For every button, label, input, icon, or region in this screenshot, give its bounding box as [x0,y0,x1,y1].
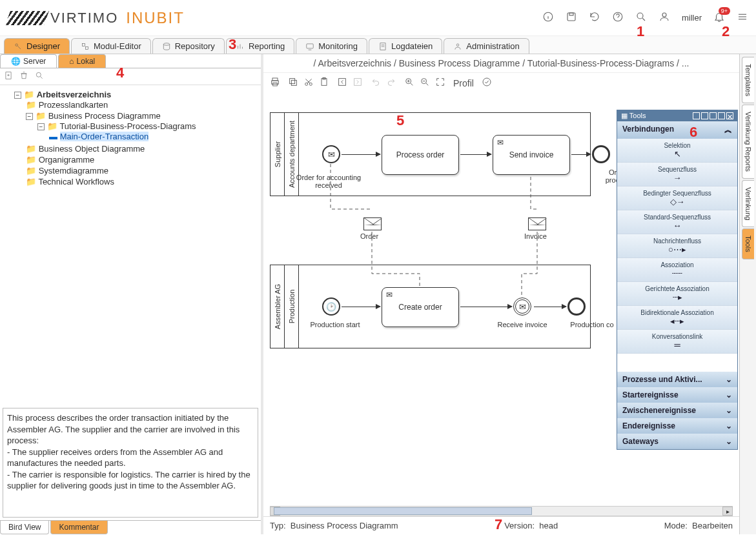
timer-start[interactable]: 🕑 [322,297,340,316]
svg-point-53 [483,78,491,86]
zoom-in-icon[interactable] [404,77,414,89]
subtab-server[interactable]: 🌐 Server [0,54,57,68]
svg-rect-36 [291,80,296,85]
brand-inubit: INUBIT [126,9,185,27]
tab-kommentar[interactable]: Kommentar [50,521,107,534]
tree-item[interactable]: Business Object Diagramme [39,144,145,154]
win-btn[interactable] [718,112,725,119]
svg-rect-14 [82,43,85,46]
acc-startereignisse[interactable]: Startereignisse⌄ [617,387,737,403]
tool-sequenzfluss[interactable]: Sequenzfluss→ [617,163,737,186]
copy-icon[interactable] [288,77,298,89]
win-btn[interactable] [693,112,700,119]
print-icon[interactable] [270,77,280,89]
svg-rect-15 [86,46,88,49]
help-icon[interactable] [612,11,624,25]
acc-verbindungen[interactable]: Verbindungen︽ [617,121,737,139]
directory-tree[interactable]: −📁 Arbeitsverzeichnis 📁 Prozesslandkarte… [0,85,261,405]
svg-point-13 [15,43,18,46]
tree-item[interactable]: Technical Workflows [38,177,114,186]
search-icon[interactable] [635,11,647,25]
profile-label[interactable]: Profil [453,78,474,88]
task-create-order[interactable]: ✉Create order [382,287,459,327]
message-order[interactable] [363,217,382,230]
pool2-name: Assembler AG [274,284,281,329]
task-send-invoice[interactable]: ✉Send invoice [493,135,570,175]
fit-icon[interactable] [435,77,445,89]
nav-back-icon[interactable] [337,77,347,89]
tree-item[interactable]: Business Process Diagramme [48,111,161,121]
tool-standard-sequenzfluss[interactable]: Standard-Sequenzfluss↔ [617,210,737,234]
tab-monitoring[interactable]: Monitoring [296,38,367,54]
start-event[interactable]: ✉ [322,145,340,163]
sidetab-verlinkung[interactable]: Verlinkung [742,180,754,227]
sidetab-tools[interactable]: Tools [742,228,754,259]
msg-order-label: Order [360,232,378,240]
message-invoice[interactable] [528,217,546,230]
tab-designer[interactable]: Designer [4,38,70,54]
delete-icon[interactable] [19,71,28,82]
tree-item[interactable]: Prozesslandkarten [39,100,108,110]
paste-icon[interactable] [319,77,329,89]
side-tabs: Templates Verlinkung Reports Verlinkung … [739,54,756,534]
tab-birdview[interactable]: Bird View [0,521,49,534]
svg-line-47 [411,83,413,85]
new-icon[interactable] [4,71,13,82]
task-process-order[interactable]: Process order [382,135,459,175]
svg-rect-4 [569,13,573,15]
seq-flow [342,307,380,307]
tool-bidirektionale-assoziation[interactable]: Bidirektionale Assoziation◂┄▸ [617,306,737,330]
horizontal-scrollbar[interactable]: ◂▸ [270,506,733,516]
svg-rect-3 [567,13,575,21]
tree-root[interactable]: Arbeitsverzeichnis [37,90,112,99]
tab-modul-editor[interactable]: Modul-Editor [71,38,151,54]
acc-zwischenereignisse[interactable]: Zwischenereignisse⌄ [617,403,737,418]
tree-item[interactable]: Tutorial-Business-Process-Diagrams [59,121,196,131]
tool-selektion[interactable]: Selektion↖ [617,139,737,163]
tab-logdateien[interactable]: Logdateien [369,38,442,54]
sidetab-verlinkung-reports[interactable]: Verlinkung Reports [742,105,754,179]
tree-item-selected[interactable]: Main-Order-Transaction [60,132,149,141]
acc-gateways[interactable]: Gateways⌄ [617,434,737,449]
tool-gerichtete-assoziation[interactable]: Gerichtete Assoziation┄▸ [617,282,737,306]
nav-fwd-icon[interactable] [352,77,363,89]
check-icon[interactable] [482,77,492,89]
subtab-lokal[interactable]: ⌂ Lokal [58,54,106,68]
tool-bedingter-sequenzfluss[interactable]: Bedingter Sequenzfluss◇→ [617,186,737,210]
hamburger-icon[interactable] [737,11,748,25]
tool-nachrichtenfluss[interactable]: Nachrichtenfluss○⋯▸ [617,234,737,258]
save-icon[interactable] [566,11,577,25]
tree-item[interactable]: Organigramme [39,155,95,165]
info-icon[interactable] [542,11,554,25]
tab-administration[interactable]: Administration [444,38,529,54]
user-icon[interactable] [659,11,670,25]
win-close[interactable]: ✕ [726,112,733,119]
win-btn[interactable] [710,112,717,119]
sidetab-templates[interactable]: Templates [742,57,754,103]
tree-search-icon[interactable] [35,71,44,82]
redo-icon[interactable] [386,77,396,89]
tool-assoziation[interactable]: Assoziation┄┄ [617,258,737,282]
username[interactable]: miller [682,13,702,23]
refresh-icon[interactable] [589,11,600,25]
end-event-2[interactable] [567,297,586,316]
pool2-lane: Production [288,290,296,324]
svg-point-25 [457,43,460,46]
tools-panel[interactable]: ▦ Tools ✕ Verbindungen︽ Selektion↖Sequen… [617,110,738,450]
seq-flow [534,307,566,307]
tree-item[interactable]: Systemdiagramme [39,166,108,176]
cut-icon[interactable] [303,77,314,89]
breadcrumb[interactable]: / Arbeitsverzeichnis / Business Process … [263,54,739,73]
tab-reporting[interactable]: Reporting [226,38,294,54]
win-btn[interactable] [701,112,708,119]
notifications-icon[interactable]: 9+ [713,11,725,25]
undo-icon[interactable] [371,77,381,89]
end-event[interactable] [592,145,610,163]
zoom-out-icon[interactable] [420,77,430,89]
acc-prozesse[interactable]: Prozesse und Aktivi...⌄ [617,372,737,387]
tab-repository[interactable]: Repository [152,38,225,54]
intermediate-msg-event[interactable]: ✉ [513,297,531,316]
tool-konversationslink[interactable]: Konversationslink═ [617,330,737,354]
acc-endereignisse[interactable]: Endereignisse⌄ [617,418,737,434]
svg-rect-20 [307,43,314,48]
